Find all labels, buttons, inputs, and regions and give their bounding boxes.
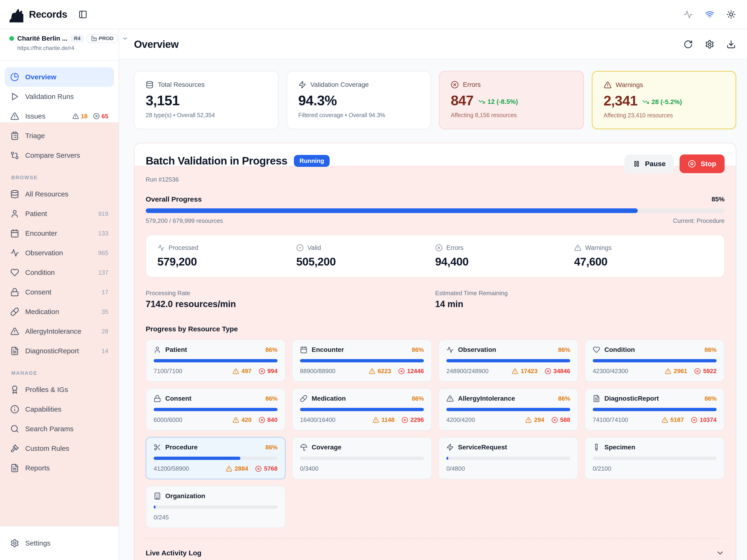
sidebar-item-validation-runs[interactable]: Validation Runs: [5, 87, 114, 106]
activity-icon: [446, 346, 454, 353]
sidebar-item-profiles-igs[interactable]: Profiles & IGs: [5, 380, 114, 399]
sidebar-item-search-params[interactable]: Search Params: [5, 419, 114, 439]
circle-x-icon: [402, 417, 408, 423]
alert-triangle-icon: [604, 81, 612, 89]
sidebar-item-label: Issues: [25, 112, 46, 120]
type-card-servicerequest[interactable]: ServiceRequest0/4800: [438, 437, 578, 479]
test-tube-icon: [593, 444, 600, 451]
processing-rate-label: Processing Rate: [146, 290, 435, 297]
live-activity-log-toggle[interactable]: Live Activity Log: [146, 549, 725, 557]
sidebar-item-condition[interactable]: Condition137: [5, 263, 114, 282]
sidebar-item-all-resources[interactable]: All Resources: [5, 184, 114, 204]
pause-icon: [633, 160, 640, 167]
connection-status-button[interactable]: [705, 10, 714, 19]
user-icon: [10, 209, 19, 218]
type-progress-bar: [300, 408, 424, 411]
eta-label: Estimated Time Remaining: [435, 290, 725, 297]
type-issue-badges: 294588: [525, 416, 570, 424]
sidebar-item-settings[interactable]: Settings: [0, 526, 119, 560]
sidebar-item-encounter[interactable]: Encounter133: [5, 223, 114, 243]
sidebar-item-observation[interactable]: Observation965: [5, 243, 114, 263]
pause-button[interactable]: Pause: [624, 155, 674, 173]
topbar-status-actions: [684, 10, 736, 19]
total-value: 94,400: [435, 255, 574, 268]
shell: Charité Berlin ... R4 PROD https://fhir.…: [0, 29, 747, 560]
sidebar-item-patient[interactable]: Patient919: [5, 204, 114, 223]
type-issue-badges: 1742334846: [512, 368, 570, 375]
stat-label: Errors: [463, 81, 481, 88]
server-selector[interactable]: Charité Berlin ... R4 PROD https://fhir.…: [0, 29, 119, 61]
type-card-patient[interactable]: Patient86%7100/7100497994: [146, 340, 285, 382]
sidebar-item-capabilities[interactable]: Capabilities: [5, 399, 114, 419]
type-issue-badges: 622312446: [369, 368, 424, 375]
overall-progress-fill: [146, 208, 638, 213]
type-card-procedure[interactable]: Procedure86%41200/5890028845768: [146, 437, 285, 479]
type-warning-count: 420: [232, 416, 251, 424]
overall-progress-percent: 85%: [712, 195, 725, 203]
refresh-button[interactable]: [684, 40, 693, 49]
stat-label: Total Resources: [158, 81, 205, 88]
processing-rate: Processing Rate 7142.0 resources/min: [146, 290, 435, 309]
sidebar-item-medication[interactable]: Medication35: [5, 302, 114, 322]
file-text-icon: [10, 464, 19, 473]
sidebar-item-compare-servers[interactable]: Compare Servers: [5, 145, 114, 165]
settings-button[interactable]: [705, 40, 714, 49]
sidebar-item-triage[interactable]: Triage: [5, 126, 114, 145]
info-icon: [10, 405, 19, 414]
sidebar-item-label: Compare Servers: [25, 152, 80, 159]
sidebar-item-custom-rules[interactable]: Custom Rules: [5, 439, 114, 458]
trending-down-icon: [478, 98, 485, 105]
stat-value: 94.3%: [298, 92, 337, 108]
type-percent: 86%: [412, 395, 424, 402]
clipboard-list-icon: [10, 131, 19, 140]
type-error-count: 994: [259, 368, 278, 375]
activity-status-button[interactable]: [684, 10, 693, 19]
chevron-down-icon: [716, 549, 725, 557]
type-issue-badges: 420840: [232, 416, 278, 424]
type-card-medication[interactable]: Medication86%16400/1640011482296: [292, 388, 432, 430]
type-card-organization[interactable]: Organization0/245: [146, 486, 285, 528]
type-card-diagnosticreport[interactable]: DiagnosticReport86%74100/74100518710374: [585, 388, 725, 430]
total-label: Errors: [446, 244, 464, 251]
fhir-version-badge: R4: [71, 34, 84, 43]
type-issue-badges: 518710374: [662, 416, 717, 424]
alert-triangle-icon: [10, 327, 19, 336]
stat-card-validation-coverage: Validation Coverage94.3%Filtered coverag…: [287, 71, 431, 129]
type-card-condition[interactable]: Condition86%42300/4230029615922: [585, 340, 725, 382]
chevron-down-icon: [122, 35, 128, 42]
theme-toggle-button[interactable]: [726, 10, 736, 19]
sidebar-item-overview[interactable]: Overview: [5, 67, 114, 87]
pie-chart-icon: [10, 73, 19, 81]
stop-button[interactable]: Stop: [679, 155, 725, 173]
type-count: 42300/42300: [593, 368, 628, 375]
batch-total-processed: Processed579,200: [157, 244, 296, 268]
stat-card-warnings: Warnings2,34128 (-5.2%)Affecting 23,410 …: [592, 71, 737, 129]
type-card-specimen[interactable]: Specimen0/2100: [585, 437, 725, 479]
gear-icon: [705, 40, 714, 49]
circle-x-icon: [694, 368, 701, 374]
sidebar-item-consent[interactable]: Consent17: [5, 282, 114, 302]
type-progress-bar: [154, 457, 278, 460]
sidebar-toggle-button[interactable]: [78, 10, 87, 19]
zap-icon: [298, 81, 306, 89]
sidebar-item-label: Condition: [25, 269, 55, 276]
sidebar-item-label: DiagnosticReport: [25, 347, 79, 355]
type-card-observation[interactable]: Observation86%248900/2489001742334846: [438, 340, 578, 382]
type-warning-count: 2961: [665, 368, 687, 375]
sidebar-item-allergyintolerance[interactable]: AllergyIntolerance28: [5, 322, 114, 341]
sidebar-item-issues[interactable]: Issues1865: [5, 106, 114, 126]
alert-triangle-icon: [662, 417, 668, 423]
type-card-coverage[interactable]: Coverage0/3400: [292, 437, 432, 479]
sidebar-item-label: Observation: [25, 249, 63, 257]
type-card-consent[interactable]: Consent86%6000/6000420840: [146, 388, 285, 430]
type-count: 16400/16400: [300, 416, 335, 424]
type-card-encounter[interactable]: Encounter86%88900/88900622312446: [292, 340, 432, 382]
type-card-allergyintolerance[interactable]: AllergyIntolerance86%4200/4200294588: [438, 388, 578, 430]
export-button[interactable]: [726, 40, 736, 49]
circle-x-icon: [691, 417, 697, 423]
sidebar-item-reports[interactable]: Reports: [5, 458, 114, 478]
sidebar-item-diagnosticreport[interactable]: DiagnosticReport14: [5, 341, 114, 361]
panel-left-icon: [78, 10, 87, 19]
stat-card-errors: Errors84712 (-8.5%)Affecting 8,156 resou…: [439, 71, 584, 129]
settings-label: Settings: [25, 539, 50, 547]
